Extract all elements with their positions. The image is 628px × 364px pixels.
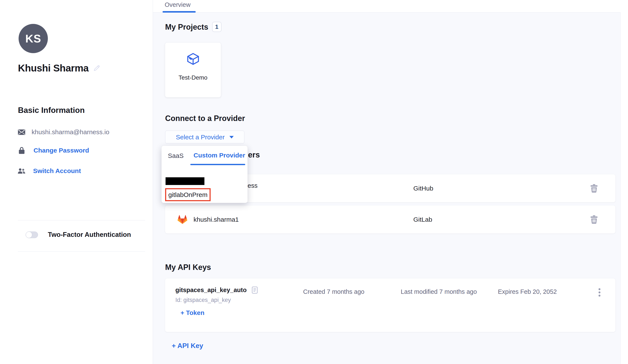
gitlab-logo-icon <box>177 215 187 224</box>
my-projects-title: My Projects <box>165 23 208 32</box>
delete-provider-icon[interactable] <box>590 215 598 224</box>
avatar-initials: KS <box>25 32 41 45</box>
basic-information-title: Basic Information <box>18 106 85 115</box>
provider-type-label: GitLab <box>413 216 432 223</box>
api-key-id: Id: gitspaces_api_key <box>175 297 231 303</box>
provider-row-gitlab: khushi.sharma1 GitLab <box>165 205 615 234</box>
projects-count-badge: 1 <box>212 22 222 32</box>
tab-custom-provider[interactable]: Custom Provider <box>194 152 245 159</box>
profile-page: KS Khushi Sharma Basic Information khush… <box>0 0 628 364</box>
provider-option-gitlabonprem[interactable]: gitlabOnPrem <box>168 191 207 198</box>
delete-provider-icon[interactable] <box>590 184 598 193</box>
switch-account-row[interactable]: Switch Account <box>17 167 81 175</box>
project-card[interactable]: Test-Demo <box>165 43 221 97</box>
my-api-keys-title: My API Keys <box>165 263 211 272</box>
api-key-name: gitspaces_api_key_auto <box>175 287 247 294</box>
main-content: Overview My Projects 1 Test-Demo Connect… <box>153 0 628 364</box>
tab-saas[interactable]: SaaS <box>168 152 183 159</box>
copy-icon[interactable] <box>252 287 258 294</box>
api-key-name-row: gitspaces_api_key_auto <box>175 287 258 294</box>
provider-account-name: khushi.sharma1 <box>194 216 239 223</box>
avatar: KS <box>19 24 48 53</box>
email-row: khushi.sharma@harness.io <box>18 128 109 136</box>
providers-heading-partial: ers <box>248 150 260 159</box>
lock-icon <box>19 147 25 154</box>
connect-provider-title: Connect to a Provider <box>165 114 245 123</box>
sidebar-divider-top <box>18 220 145 220</box>
switch-account-icon <box>17 168 25 174</box>
scrollbar-track[interactable] <box>620 0 628 364</box>
two-factor-label: Two-Factor Authentication <box>48 231 131 239</box>
active-tab-indicator <box>162 11 196 13</box>
annotation-highlight-box: gitlabOnPrem <box>165 188 211 201</box>
toggle-knob <box>26 232 32 238</box>
tab-bar: Overview <box>153 0 621 13</box>
tab-overview[interactable]: Overview <box>165 1 191 8</box>
api-key-expires: Expires Feb 20, 2052 <box>498 288 557 295</box>
change-password-row[interactable]: Change Password <box>19 147 89 154</box>
project-name: Test-Demo <box>179 74 207 81</box>
provider-dropdown: SaaS Custom Provider gitlabOnPrem <box>161 146 247 203</box>
chevron-down-icon <box>230 136 234 138</box>
select-provider-label: Select a Provider <box>176 133 225 141</box>
select-provider-button[interactable]: Select a Provider <box>165 130 244 144</box>
profile-sidebar: KS Khushi Sharma Basic Information khush… <box>0 0 153 364</box>
api-key-menu-icon[interactable] <box>598 287 601 298</box>
api-key-modified: Last modified 7 months ago <box>401 288 477 295</box>
add-api-key-link[interactable]: + API Key <box>172 342 203 350</box>
api-key-created: Created 7 months ago <box>303 288 364 295</box>
provider-name-partial: ess <box>247 182 258 189</box>
two-factor-toggle[interactable] <box>26 232 38 238</box>
edit-name-icon[interactable] <box>93 64 101 72</box>
dropdown-active-tab-indicator <box>190 164 245 165</box>
change-password-link[interactable]: Change Password <box>34 147 89 154</box>
switch-account-link[interactable]: Switch Account <box>33 167 81 175</box>
provider-type-label: GitHub <box>413 185 433 192</box>
user-name-row: Khushi Sharma <box>18 62 101 74</box>
user-name: Khushi Sharma <box>18 62 89 74</box>
api-key-card: gitspaces_api_key_auto Id: gitspaces_api… <box>165 278 615 332</box>
email-icon <box>18 129 25 135</box>
redacted-provider-item[interactable] <box>165 177 204 185</box>
user-email: khushi.sharma@harness.io <box>32 128 109 136</box>
project-cube-icon <box>186 52 200 66</box>
add-token-link[interactable]: + Token <box>180 309 204 316</box>
two-factor-row: Two-Factor Authentication <box>26 231 131 239</box>
